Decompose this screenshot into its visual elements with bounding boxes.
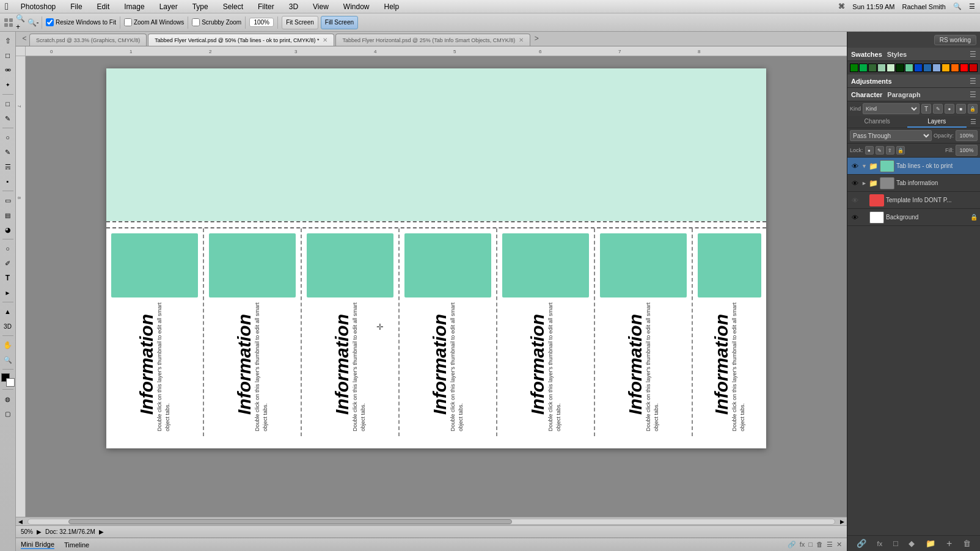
tool-marquee[interactable]: □: [1, 49, 15, 62]
zoom-all-check[interactable]: Zoom All Windows: [124, 18, 184, 26]
menu-3d[interactable]: 3D: [287, 2, 301, 11]
mini-bridge-add-icon[interactable]: □: [808, 541, 813, 549]
lock-all-icon[interactable]: 🔒: [896, 146, 905, 155]
tool-gradient[interactable]: ▤: [1, 208, 15, 222]
scroll-thumb[interactable]: [68, 519, 512, 524]
tool-hand[interactable]: ✋: [1, 338, 15, 352]
tab-scratch[interactable]: Scratch.psd @ 33.3% (Graphics, CMYK/8): [29, 34, 147, 46]
tab-vertical-close[interactable]: ✕: [323, 37, 327, 43]
fill-screen-button[interactable]: Fill Screen: [321, 16, 358, 29]
adjustments-tab[interactable]: Adjustments: [851, 78, 892, 85]
tool-eyedropper[interactable]: ✎: [1, 112, 15, 125]
layer-vis-2[interactable]: 👁: [850, 180, 860, 187]
tool-eraser[interactable]: ▭: [1, 194, 15, 207]
tool-screen-mode[interactable]: ▢: [1, 407, 15, 420]
foreground-color[interactable]: [1, 373, 15, 387]
menu-select[interactable]: Select: [221, 2, 246, 11]
menu-help[interactable]: Help: [382, 2, 402, 11]
lock-img-icon[interactable]: ●: [865, 146, 874, 155]
menu-layer[interactable]: Layer: [157, 2, 180, 11]
menu-file[interactable]: File: [68, 2, 84, 11]
panel-menu-icon[interactable]: ☰: [970, 50, 976, 59]
swatch-1[interactable]: [850, 64, 858, 72]
expand-arrow-1[interactable]: ▼: [861, 163, 867, 169]
layer-tab-info[interactable]: 👁 ► 📁 Tab information: [847, 175, 980, 192]
tab-vertical[interactable]: Tabbed Flyer Vertical.psd @ 50% (Tab lin…: [148, 34, 334, 46]
swatch-4[interactable]: [877, 64, 886, 72]
tool-dodge[interactable]: ○: [1, 242, 15, 255]
tool-lasso[interactable]: ⚮: [1, 64, 15, 77]
swatch-6[interactable]: [896, 64, 904, 72]
layers-tab[interactable]: Layers: [907, 116, 967, 128]
lock-draw-icon[interactable]: ✎: [876, 146, 884, 155]
swatch-12[interactable]: [951, 64, 959, 72]
menu-view[interactable]: View: [310, 2, 331, 11]
layer-template-info[interactable]: 👁 Template Info DONT P...: [847, 192, 980, 209]
tool-clone[interactable]: ☴: [1, 160, 15, 173]
menu-edit[interactable]: Edit: [95, 2, 112, 11]
swatch-2[interactable]: [859, 64, 868, 72]
adj-menu-icon[interactable]: ☰: [970, 77, 976, 86]
apple-logo[interactable]: : [5, 1, 9, 12]
mini-bridge-tab[interactable]: Mini Bridge: [21, 541, 54, 549]
horizontal-scrollbar[interactable]: ◀ ▶: [16, 517, 847, 525]
panels-menu-icon[interactable]: ☰: [967, 116, 980, 128]
tool-history-brush[interactable]: ▪: [1, 175, 15, 188]
zoom-out-icon[interactable]: 🔍-: [28, 18, 38, 27]
character-tab[interactable]: Character: [851, 91, 882, 98]
resize-windows-check[interactable]: Resize Windows to Fit: [46, 18, 116, 26]
opacity-input[interactable]: [956, 130, 978, 141]
tool-healing[interactable]: ○: [1, 131, 15, 144]
kind-select[interactable]: Kind: [863, 103, 920, 114]
menu-type[interactable]: Type: [190, 2, 211, 11]
char-icon-5[interactable]: 🔒: [968, 104, 978, 114]
tool-brush[interactable]: ✎: [1, 145, 15, 159]
layer-vis-3[interactable]: 👁: [850, 197, 860, 204]
char-icon-3[interactable]: ●: [945, 104, 954, 114]
swatch-11[interactable]: [942, 64, 950, 72]
search-icon[interactable]: 🔍: [953, 2, 962, 10]
layer-tab-lines[interactable]: 👁 ▼ 📁 Tab lines - ok to print: [847, 158, 980, 175]
menu-window[interactable]: Window: [341, 2, 372, 11]
swatch-5[interactable]: [887, 64, 895, 72]
lock-move-icon[interactable]: ⇧: [886, 146, 894, 155]
tool-crop[interactable]: □: [1, 97, 15, 111]
char-icon-1[interactable]: T: [921, 104, 931, 114]
layer-background[interactable]: 👁 Background 🔒: [847, 209, 980, 226]
scroll-left-arrow[interactable]: ◀: [18, 519, 23, 525]
tool-shape[interactable]: ▲: [1, 305, 15, 318]
tool-quick-mask[interactable]: ◍: [1, 392, 15, 406]
swatch-8[interactable]: [914, 64, 923, 72]
layer-vis-1[interactable]: 👁: [850, 162, 860, 170]
tool-text[interactable]: T: [1, 271, 15, 285]
zoom-in-icon[interactable]: 🔍+: [16, 18, 26, 27]
swatches-tab[interactable]: Swatches: [851, 51, 882, 58]
layer-link-icon[interactable]: 🔗: [857, 539, 866, 548]
tool-magic-wand[interactable]: ✦: [1, 78, 15, 92]
swatch-7[interactable]: [905, 64, 913, 72]
layer-vis-4[interactable]: 👁: [850, 214, 860, 221]
layer-fx-icon[interactable]: fx: [877, 540, 883, 547]
tab-horizontal[interactable]: Tabbed Flyer Horizontal.psd @ 25% (Tab I…: [335, 34, 530, 46]
layer-mask-icon[interactable]: □: [893, 539, 898, 548]
tab-scroll-left[interactable]: <: [20, 32, 29, 46]
blend-mode-select[interactable]: Pass Through: [850, 130, 932, 141]
menu-filter[interactable]: Filter: [255, 2, 277, 11]
menu-photoshop[interactable]: Photoshop: [18, 2, 58, 11]
tool-selector-icon[interactable]: [4, 18, 13, 27]
layer-adj-icon[interactable]: ◆: [909, 539, 915, 548]
mini-bridge-delete-icon[interactable]: 🗑: [816, 541, 823, 549]
status-arrow[interactable]: ▶: [37, 528, 42, 535]
tool-move[interactable]: ⇧: [1, 34, 15, 48]
menu-image[interactable]: Image: [122, 2, 147, 11]
char-icon-2[interactable]: ✎: [933, 104, 943, 114]
mini-bridge-menu-icon[interactable]: ☰: [827, 541, 833, 549]
scroll-track[interactable]: [27, 519, 835, 525]
char-menu-icon[interactable]: ☰: [970, 90, 976, 99]
fit-screen-button[interactable]: Fit Screen: [282, 16, 318, 29]
mini-bridge-close-icon[interactable]: ✕: [836, 541, 842, 549]
expand-arrow-2[interactable]: ►: [861, 180, 867, 186]
zoom-input[interactable]: [249, 18, 274, 27]
mini-bridge-link-icon[interactable]: 🔗: [788, 541, 796, 549]
tool-path-selection[interactable]: ►: [1, 286, 15, 299]
